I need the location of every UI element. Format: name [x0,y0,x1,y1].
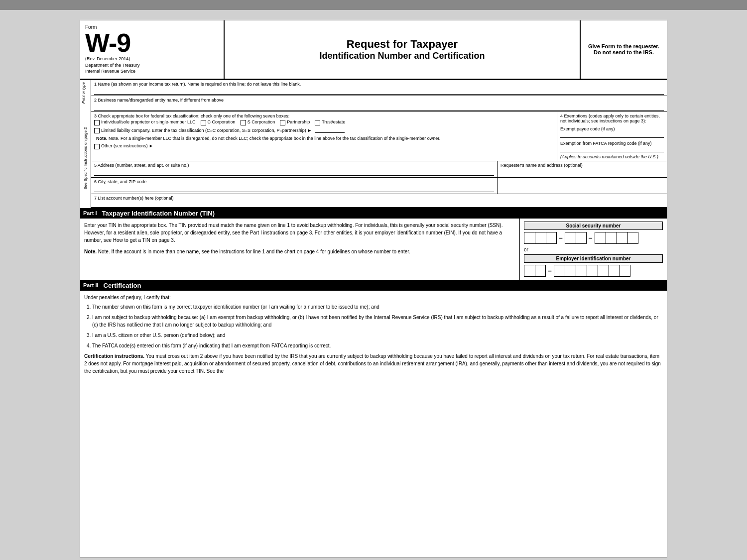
ein-digit-4[interactable] [565,265,576,277]
page-wrapper: Form W-9 (Rev. December 2014) Department… [0,10,747,560]
part2-badge: Part II [83,282,99,288]
ein-group-1 [524,265,546,277]
ssn-dash-2: – [588,234,594,242]
cert-instructions-text: You must cross out item 2 above if you h… [84,353,661,374]
part2-body: Under penalties of perjury, I certify th… [80,291,667,378]
ein-digit-5[interactable] [576,265,587,277]
exempt-payee-input[interactable] [560,132,664,138]
form-container: Form W-9 (Rev. December 2014) Department… [80,20,667,558]
part1-badge: Part I [83,210,97,216]
checkbox-c-corp[interactable]: C Corporation [201,119,236,125]
field-2-label: 2 Business name/disregarded entity name,… [94,98,664,103]
field-7-label: 7 List account number(s) here (optional) [94,196,664,201]
fatca-note: (Applies to accounts maintained outside … [560,154,664,159]
field-5-row: 5 Address (number, street, and apt. or s… [91,161,667,178]
side-label-top: Print or type [80,80,91,109]
checkbox-individual-box[interactable] [94,120,100,125]
form-fields: 1 Name (as shown on your income tax retu… [91,80,667,208]
part2-title: Certification [104,282,141,289]
checkbox-other[interactable]: Other (see instructions) ► [94,143,153,149]
requester-label: Requester's name and address (optional) [500,163,664,168]
header-right-note: Give Form to the requester. Do not send … [580,20,667,79]
checkbox-partnership-box[interactable] [280,120,285,125]
side-label-container: Print or type See Specific Instructions … [80,80,91,208]
ssn-digit-9[interactable] [627,232,638,244]
form-number: W-9 [85,30,219,56]
exempt-payee-row: Exempt payee code (if any) [560,126,664,138]
exempt-payee-label: Exempt payee code (if any) [560,126,664,131]
ssn-group-2 [565,232,587,244]
field-3-left: 3 Check appropriate box for federal tax … [91,112,557,161]
part2-item-4: The FATCA code(s) entered on this form (… [92,342,663,349]
checkbox-individual[interactable]: Individual/sole proprietor or single-mem… [94,119,196,125]
ein-digit-3[interactable] [554,265,565,277]
checkbox-trust[interactable]: Trust/estate [315,119,345,125]
header-center: Request for Taxpayer Identification Numb… [225,20,580,79]
header-title: Request for Taxpayer [235,38,570,51]
note-llc: Note. Note. For a single-member LLC that… [94,135,554,142]
form-header: Form W-9 (Rev. December 2014) Department… [80,20,667,80]
field-1-input[interactable] [94,88,664,95]
ssn-label: Social security number [524,222,663,230]
part1-header: Part I Taxpayer Identification Number (T… [80,208,667,219]
ssn-digit-2[interactable] [535,232,546,244]
form-body: Print or type See Specific Instructions … [80,80,667,208]
requester-right: Requester's name and address (optional) [498,161,667,177]
checkbox-other-box[interactable] [94,144,100,149]
field-4-right: 4 Exemptions (codes apply only to certai… [557,112,667,161]
fatca-note-row: (Applies to accounts maintained outside … [560,154,664,159]
ssn-digit-3[interactable] [546,232,557,244]
fatca-row: Exemption from FATCA reporting code (if … [560,141,664,152]
ssn-digit-6[interactable] [595,232,606,244]
part1-body: Enter your TIN in the appropriate box. T… [80,219,667,280]
part2-header: Part II Certification [80,280,667,291]
ein-dash: – [547,267,553,275]
field-5-input[interactable] [94,169,494,176]
ssn-digit-7[interactable] [606,232,617,244]
ein-digit-1[interactable] [524,265,535,277]
field-1-row: 1 Name (as shown on your income tax retu… [91,80,667,96]
ssn-digit-4[interactable] [565,232,576,244]
ssn-group-1 [524,232,557,244]
field-5-left: 5 Address (number, street, and apt. or s… [91,161,498,177]
field-6-input[interactable] [94,185,494,192]
checkbox-llc[interactable]: Limited liability company. Enter the tax… [94,127,345,133]
part1-tin-boxes: Social security number – – [520,219,667,280]
part1-title: Taxpayer Identification Number (TIN) [102,210,215,217]
field-6-row: 6 City, state, and ZIP code [91,178,667,194]
field-7-row: 7 List account number(s) here (optional) [91,194,667,208]
part2-intro: Under penalties of perjury, I certify th… [84,294,663,301]
field-3-label: 3 Check appropriate box for federal tax … [94,113,554,118]
checkbox-row-other: Other (see instructions) ► [94,143,554,149]
checkbox-c-corp-box[interactable] [201,120,206,125]
checkbox-s-corp-box[interactable] [241,120,246,125]
ein-label: Employer identification number [524,254,663,263]
ein-digit-7[interactable] [598,265,609,277]
field-3-4-row: 3 Check appropriate box for federal tax … [91,112,667,161]
fatca-input[interactable] [560,146,664,152]
ssn-dash-1: – [558,234,564,242]
ein-digit-6[interactable] [587,265,598,277]
field-2-row: 2 Business name/disregarded entity name,… [91,96,667,112]
checkbox-s-corp[interactable]: S Corporation [241,119,275,125]
ssn-group-3 [595,232,638,244]
checkbox-llc-box[interactable] [94,128,100,133]
checkbox-row-llc: Limited liability company. Enter the tax… [94,127,554,133]
part2-item-2: I am not subject to backup withholding b… [92,314,663,329]
ssn-digit-1[interactable] [524,232,535,244]
checkbox-partnership[interactable]: Partnership [280,119,310,125]
cert-instructions-bold: Certification instructions. [84,353,144,359]
ein-digit-8[interactable] [609,265,620,277]
header-left: Form W-9 (Rev. December 2014) Department… [80,20,225,79]
checkbox-trust-box[interactable] [315,120,320,125]
header-subtitle: Identification Number and Certification [235,51,570,61]
field-6-label: 6 City, state, and ZIP code [94,179,494,184]
ein-digit-2[interactable] [535,265,546,277]
ein-digit-9[interactable] [620,265,630,277]
part1-note: Note. Note. If the account is in more th… [84,248,515,255]
ssn-digit-8[interactable] [617,232,627,244]
ssn-digit-5[interactable] [576,232,587,244]
llc-input[interactable] [315,127,345,133]
checkbox-row-1: Individual/sole proprietor or single-mem… [94,119,554,125]
field-2-input[interactable] [94,104,664,111]
